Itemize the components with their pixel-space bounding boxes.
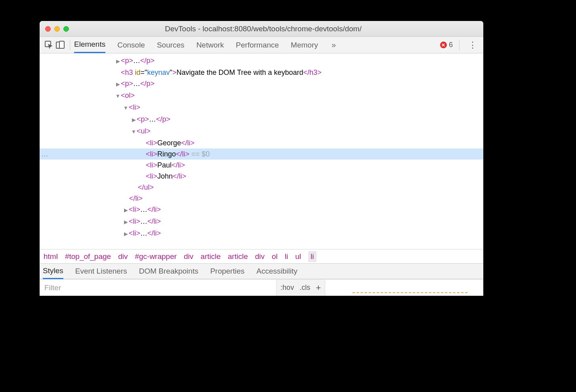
console-ref-suffix: == $0 <box>189 150 210 158</box>
window-title: DevTools - localhost:8080/web/tools/chro… <box>72 25 478 33</box>
collapse-toggle[interactable]: ▼ <box>115 91 121 102</box>
tree-row[interactable]: ▶<li>…</li> <box>40 204 483 216</box>
tab-overflow-button[interactable]: » <box>330 40 338 49</box>
svg-rect-2 <box>59 41 64 48</box>
kebab-menu-icon[interactable]: ⋮ <box>466 40 479 50</box>
breadcrumb-item[interactable]: ul <box>295 252 301 261</box>
error-icon: ✕ <box>440 42 447 48</box>
breadcrumb-item[interactable]: div <box>255 252 265 261</box>
tab-console[interactable]: Console <box>117 38 145 53</box>
expand-toggle[interactable]: ▶ <box>115 79 121 90</box>
main-toolbar: Elements Console Sources Network Perform… <box>40 37 483 53</box>
device-toolbar-icon[interactable] <box>55 40 66 51</box>
tree-row[interactable]: ▶<p>…</p> <box>40 114 483 126</box>
tab-elements[interactable]: Elements <box>74 37 105 53</box>
tab-memory[interactable]: Memory <box>291 38 318 53</box>
tab-sources[interactable]: Sources <box>157 38 185 53</box>
minimize-window-button[interactable] <box>54 26 60 32</box>
maximize-window-button[interactable] <box>63 26 69 32</box>
inspect-element-icon[interactable] <box>44 40 55 51</box>
expand-toggle[interactable]: ▶ <box>123 217 129 228</box>
cls-toggle[interactable]: .cls <box>299 284 310 292</box>
tree-row[interactable]: </li> <box>40 193 483 204</box>
toolbar-divider-right <box>459 40 460 50</box>
devtools-window: DevTools - localhost:8080/web/tools/chro… <box>40 21 483 296</box>
breadcrumb-item[interactable]: li <box>285 252 288 261</box>
tab-performance[interactable]: Performance <box>236 38 279 53</box>
toolbar-divider <box>70 40 70 50</box>
tree-row[interactable]: ▶<p>…</p> <box>40 78 483 90</box>
box-model-preview <box>325 280 483 296</box>
tree-row[interactable]: <h3 id="keynav">Navigate the DOM Tree wi… <box>40 67 483 78</box>
tree-row[interactable]: ▼<ul> <box>40 126 483 137</box>
titlebar: DevTools - localhost:8080/web/tools/chro… <box>40 21 483 37</box>
error-count: 6 <box>449 41 453 49</box>
tab-network[interactable]: Network <box>196 38 224 53</box>
breadcrumb: html #top_of_page div #gc-wrapper div ar… <box>40 249 483 263</box>
breadcrumb-item[interactable]: #top_of_page <box>65 252 111 261</box>
styles-toolbar: :hov .cls + <box>40 279 483 296</box>
expand-toggle[interactable]: ▶ <box>131 114 137 126</box>
tree-row[interactable]: ▼<li> <box>40 102 483 114</box>
close-window-button[interactable] <box>45 26 51 32</box>
sidebar-tabs: Styles Event Listeners DOM Breakpoints P… <box>40 263 483 279</box>
error-count-badge[interactable]: ✕ 6 <box>440 41 453 49</box>
expand-toggle[interactable]: ▶ <box>115 56 121 67</box>
collapse-toggle[interactable]: ▼ <box>123 103 129 114</box>
collapse-toggle[interactable]: ▼ <box>131 126 137 137</box>
subtab-dom-breakpoints[interactable]: DOM Breakpoints <box>139 264 198 278</box>
styles-filter-input[interactable] <box>40 280 276 296</box>
hov-toggle[interactable]: :hov <box>280 284 294 292</box>
subtab-properties[interactable]: Properties <box>210 264 245 278</box>
tree-row[interactable]: </ul> <box>40 182 483 193</box>
styles-actions: :hov .cls + <box>276 280 325 296</box>
panel-tabs: Elements Console Sources Network Perform… <box>74 37 440 53</box>
breadcrumb-item[interactable]: #gc-wrapper <box>135 252 177 261</box>
breadcrumb-item-current[interactable]: li <box>308 251 316 262</box>
expand-toggle[interactable]: ▶ <box>123 205 129 216</box>
tree-row[interactable]: ▼<ol> <box>40 90 483 102</box>
breadcrumb-item[interactable]: ol <box>272 252 278 261</box>
breadcrumb-item[interactable]: article <box>228 252 248 261</box>
subtab-accessibility[interactable]: Accessibility <box>256 264 297 278</box>
tree-row-selected[interactable]: <li>Ringo</li> == $0 <box>40 148 483 160</box>
breadcrumb-item[interactable]: html <box>44 252 58 261</box>
tree-row[interactable]: ▶<li>…</li> <box>40 228 483 240</box>
dashed-preview-edge <box>353 292 467 295</box>
tree-row[interactable]: ▶<li>…</li> <box>40 216 483 228</box>
expand-toggle[interactable]: ▶ <box>123 228 129 240</box>
tree-row[interactable]: <li>John</li> <box>40 171 483 182</box>
new-style-rule-icon[interactable]: + <box>316 283 321 293</box>
tree-row[interactable]: <li>George</li> <box>40 137 483 148</box>
tree-row[interactable]: ▶<p>…</p> <box>40 55 483 67</box>
breadcrumb-item[interactable]: div <box>118 252 128 261</box>
breadcrumb-item[interactable]: div <box>184 252 193 261</box>
subtab-styles[interactable]: Styles <box>43 264 63 279</box>
dom-tree[interactable]: ▶<p>…</p> <h3 id="keynav">Navigate the D… <box>40 53 483 249</box>
breadcrumb-item[interactable]: article <box>200 252 221 261</box>
toolbar-right: ✕ 6 ⋮ <box>440 40 479 50</box>
subtab-event-listeners[interactable]: Event Listeners <box>75 264 127 278</box>
tree-row[interactable]: <li>Paul</li> <box>40 160 483 171</box>
